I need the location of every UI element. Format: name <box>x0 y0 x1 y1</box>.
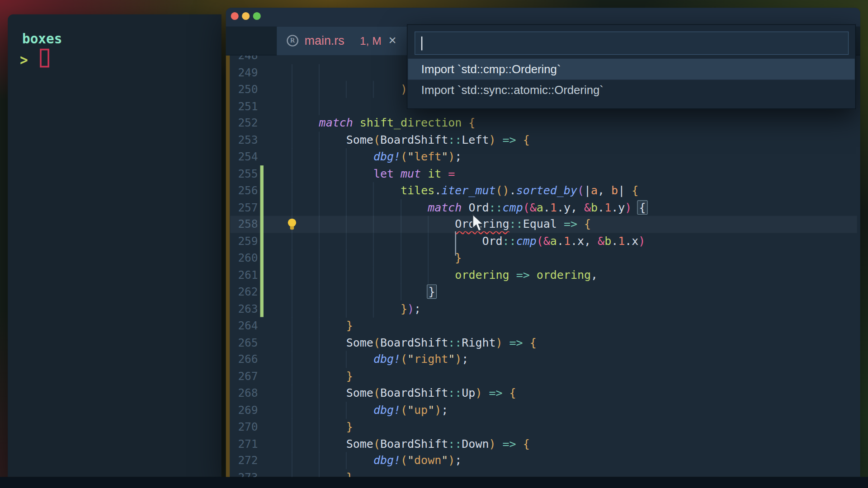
indent-guide <box>292 283 292 300</box>
code-line[interactable]: 268Some(BoardShift::Up) => { <box>226 385 860 402</box>
quick-fix-item[interactable]: Import `std::sync::atomic::Ordering` <box>408 80 854 101</box>
indent-guide <box>319 233 320 250</box>
code-text: Some(BoardShift::Right) => { <box>346 334 537 351</box>
indent-guide <box>319 64 320 81</box>
line-number: 263 <box>232 302 258 315</box>
line-number: 261 <box>232 268 258 281</box>
indent-guide <box>346 148 347 165</box>
text-caret <box>421 37 422 51</box>
indent-guide <box>346 165 347 183</box>
indent-guide <box>319 267 320 284</box>
indent-guide <box>373 81 374 98</box>
line-number: 255 <box>232 167 258 180</box>
window-minimize-button[interactable] <box>242 12 250 20</box>
indent-guide <box>401 267 401 284</box>
quick-fix-popup: Import `std::cmp::Ordering`Import `std::… <box>407 24 856 109</box>
indent-guide <box>292 233 292 250</box>
code-line[interactable]: 255let mut it = <box>226 165 860 183</box>
indent-guide <box>292 81 292 98</box>
code-line[interactable]: 269dbg!("up"); <box>226 401 860 418</box>
indent-guide <box>319 249 320 267</box>
tab-problems-modified-badge: 1, M <box>360 35 382 47</box>
code-line[interactable]: 260} <box>226 249 860 267</box>
indent-guide <box>292 334 292 351</box>
indent-guide <box>346 267 347 284</box>
code-text: dbg!("down"); <box>373 453 462 469</box>
window-maximize-button[interactable] <box>253 12 261 20</box>
bracket-match-highlight: } <box>427 284 437 299</box>
indent-guide <box>292 418 292 436</box>
code-line[interactable]: 266dbg!("right"); <box>226 351 860 368</box>
code-line[interactable]: 264} <box>226 317 860 334</box>
indent-guide <box>373 300 374 317</box>
indent-guide <box>401 233 401 250</box>
rust-file-icon: R <box>287 35 298 47</box>
indent-guide <box>319 300 320 317</box>
code-line[interactable]: 263}); <box>226 300 860 317</box>
indent-guide <box>319 418 320 436</box>
indent-guide <box>319 182 320 199</box>
editor-window: 248249250)251252match shift_direction {2… <box>226 8 860 477</box>
lightbulb-glass <box>288 219 296 227</box>
indent-guide <box>319 435 320 452</box>
code-line[interactable]: 253Some(BoardShift::Left) => { <box>226 131 860 149</box>
line-number: 254 <box>232 150 258 163</box>
code-line[interactable]: 257match Ord::cmp(&a.1.y, &b.1.y) { <box>226 199 860 216</box>
line-number: 257 <box>232 201 258 214</box>
tab-close-icon[interactable]: × <box>389 33 396 48</box>
indent-guide <box>292 182 292 199</box>
window-titlebar <box>226 8 860 27</box>
indent-guide <box>346 300 347 317</box>
indent-guide <box>292 385 292 402</box>
code-line[interactable]: 272dbg!("down"); <box>226 452 860 469</box>
indent-guide <box>319 401 320 418</box>
indent-guide <box>292 300 292 317</box>
code-line[interactable]: 267} <box>226 368 860 385</box>
code-line[interactable]: 271Some(BoardShift::Down) => { <box>226 435 860 452</box>
indent-guide <box>346 401 347 418</box>
lightbulb-icon[interactable] <box>288 219 297 230</box>
code-line[interactable]: 270} <box>226 418 860 436</box>
terminal-panel[interactable]: boxes > <box>8 14 222 477</box>
quick-fix-item-selected[interactable]: Import `std::cmp::Ordering` <box>408 59 854 80</box>
tab-main-rs[interactable]: R main.rs 1, M × <box>277 27 410 56</box>
line-number: 267 <box>232 369 258 382</box>
indent-guide <box>319 452 320 469</box>
code-line[interactable]: 262} <box>226 283 860 300</box>
lightbulb-base <box>290 226 294 230</box>
indent-guide <box>292 368 292 385</box>
code-text: ordering => ordering, <box>455 267 598 283</box>
code-line[interactable]: 252match shift_direction { <box>226 114 860 131</box>
code-text: } <box>428 284 435 300</box>
code-text: }); <box>401 301 421 317</box>
code-line[interactable]: 265Some(BoardShift::Right) => { <box>226 334 860 351</box>
indent-guide <box>292 452 292 469</box>
terminal-directory-label: boxes <box>22 31 62 47</box>
quick-fix-search-input[interactable] <box>415 32 849 55</box>
indent-guide <box>292 131 292 149</box>
code-line[interactable]: 259Ord::cmp(&a.1.x, &b.1.x) <box>226 233 860 250</box>
indent-guide <box>319 165 320 183</box>
indent-guide <box>319 385 320 402</box>
line-number: 253 <box>232 133 258 146</box>
line-number: 265 <box>232 336 258 349</box>
line-number: 252 <box>232 116 258 129</box>
desktop: boxes > 248249250)251252match shift_dire… <box>0 0 868 488</box>
quick-fix-item-list: Import `std::cmp::Ordering`Import `std::… <box>408 59 854 101</box>
line-number: 266 <box>232 352 258 366</box>
code-text: let mut it = <box>373 166 455 182</box>
code-line[interactable]: 256tiles.iter_mut().sorted_by(|a, b| { <box>226 182 860 199</box>
indent-guide <box>319 98 320 115</box>
line-number: 256 <box>232 184 258 197</box>
code-line[interactable]: 273} <box>226 469 860 477</box>
indent-guide <box>292 98 292 115</box>
code-line[interactable]: 261ordering => ordering, <box>226 267 860 284</box>
indent-guide <box>319 199 320 216</box>
indent-guide <box>319 283 320 300</box>
indent-guide <box>373 283 374 300</box>
code-line[interactable]: 254dbg!("left"); <box>226 148 860 165</box>
indent-guide <box>401 199 401 216</box>
code-text: Ord::cmp(&a.1.x, &b.1.x) <box>482 233 645 249</box>
window-close-button[interactable] <box>231 12 239 20</box>
indent-guide <box>292 114 292 131</box>
